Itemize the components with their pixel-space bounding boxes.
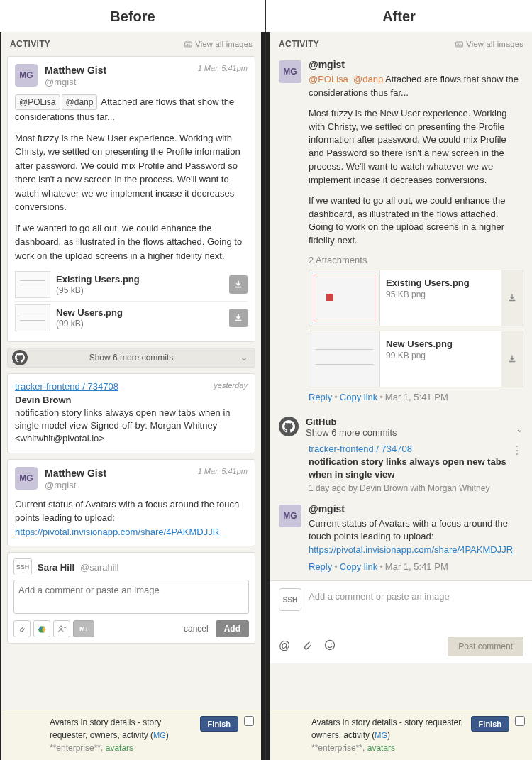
comment-line-1: @POLisa@danp Attached are flows that sho… xyxy=(15,94,248,124)
comment-para: If we wanted to go all out, we could enh… xyxy=(309,194,523,248)
emoji-icon[interactable] xyxy=(324,639,336,654)
copy-link[interactable]: Copy link xyxy=(340,561,377,572)
comment-card: MG Matthew Gist @mgist 1 Mar, 5:41pm @PO… xyxy=(7,56,255,342)
show-more-commits-label: Show 6 more commits xyxy=(89,353,174,363)
google-drive-button[interactable] xyxy=(33,620,50,637)
attachment-size: 99 KB png xyxy=(386,351,496,360)
add-person-button[interactable] xyxy=(53,620,70,637)
reply-link[interactable]: Reply xyxy=(309,392,332,402)
post-comment-button[interactable]: Post comment xyxy=(448,637,523,656)
mention-icon[interactable]: @ xyxy=(279,639,290,654)
commit-link[interactable]: tracker-frontend / 734708 xyxy=(309,444,412,454)
chevron-down-icon[interactable]: ⌄ xyxy=(516,424,523,434)
finish-button[interactable]: Finish xyxy=(471,716,509,732)
avatar: MG xyxy=(279,60,301,83)
mention-pill[interactable]: @danp xyxy=(62,94,98,110)
commenter-name: Sara Hill xyxy=(38,562,74,573)
mention-link[interactable]: @POLisa xyxy=(309,74,348,84)
story-checkbox[interactable] xyxy=(244,716,254,726)
activity-label: ACTIVITY xyxy=(279,39,319,49)
commit-message: notification story links always open new… xyxy=(15,407,248,446)
attachment-thumbnail[interactable] xyxy=(15,304,50,331)
heading-before: Before xyxy=(0,0,265,32)
comment-para: Most fuzzy is the New User experience. W… xyxy=(309,107,523,187)
add-button[interactable]: Add xyxy=(216,620,249,637)
show-more-commits-label[interactable]: Show 6 more commits xyxy=(306,427,523,438)
copy-link[interactable]: Copy link xyxy=(340,392,377,402)
comment-block: MG @mgist Current status of Avatars with… xyxy=(270,500,532,581)
commit-author: Devin Brown xyxy=(15,395,248,405)
comment-card: MG Matthew Gist @mgist 1 Mar, 5:41pm Cur… xyxy=(7,459,255,547)
download-button[interactable] xyxy=(501,270,523,326)
images-icon xyxy=(455,40,463,48)
comment-line-1: @POLisa @danp Attached are flows that sh… xyxy=(309,73,523,100)
view-all-images-link[interactable]: View all images xyxy=(184,40,253,48)
avatar: SSH xyxy=(279,588,301,611)
more-icon[interactable]: ⋮ xyxy=(511,444,522,457)
markdown-button[interactable]: M↓ xyxy=(73,620,94,637)
avatar: MG xyxy=(15,64,38,87)
comment-url[interactable]: https://pivotal.invisionapp.com/share/4P… xyxy=(309,544,513,555)
comment-block: MG @mgist @POLisa @danp Attached are flo… xyxy=(270,56,532,411)
attachment-name: Existing Users.png xyxy=(56,274,140,285)
download-button[interactable] xyxy=(501,331,523,387)
tag-avatars[interactable]: avatars xyxy=(367,743,395,753)
tag-enterprise[interactable]: **enterprise** xyxy=(50,743,101,753)
timestamp: Mar 1, 5:41 PM xyxy=(385,561,448,572)
attach-file-button[interactable] xyxy=(13,620,31,637)
finish-button[interactable]: Finish xyxy=(200,716,238,732)
author-handle: @mgist xyxy=(45,77,106,89)
author-handle: @mgist xyxy=(309,59,523,70)
download-button[interactable] xyxy=(229,309,248,327)
attachment-row: New Users.png (99 kB) xyxy=(15,302,248,334)
comment-text: Current status of Avatars with a focus a… xyxy=(15,499,239,524)
comment-actions: Reply•Copy link•Mar 1, 5:41 PM xyxy=(309,561,523,572)
github-label: GitHub xyxy=(306,417,523,427)
svg-point-6 xyxy=(328,644,329,645)
comment-input[interactable] xyxy=(13,580,249,614)
attachment-row: Existing Users.png (95 kB) xyxy=(15,268,248,302)
comment-form: SSH Sara Hill @sarahill M↓ canc xyxy=(7,552,255,644)
attachment-thumbnail[interactable] xyxy=(15,271,50,298)
images-icon xyxy=(184,40,192,48)
comment-url[interactable]: https://pivotal.invisionapp.com/share/4P… xyxy=(15,527,219,537)
attachment-name: New Users.png xyxy=(386,338,453,349)
comment-para: If we wanted to go all out, we could enh… xyxy=(15,221,248,263)
download-button[interactable] xyxy=(229,275,248,294)
avatar: SSH xyxy=(13,558,32,575)
timestamp: 1 Mar, 5:41pm xyxy=(198,467,248,475)
story-checkbox[interactable] xyxy=(515,716,525,726)
cancel-link[interactable]: cancel xyxy=(184,624,209,634)
attachment-size: (99 kB) xyxy=(56,319,84,329)
svg-rect-0 xyxy=(185,42,192,47)
commit-block: ⋮ tracker-frontend / 734708 notification… xyxy=(270,444,532,500)
svg-point-5 xyxy=(326,641,335,650)
attachment-thumbnail[interactable] xyxy=(309,270,380,326)
comment-form: SSH Add a comment or paste an image @ Po… xyxy=(270,580,532,663)
attachment-name: New Users.png xyxy=(56,307,123,318)
owner-pill[interactable]: MG xyxy=(153,729,166,742)
comment-input[interactable]: Add a comment or paste an image xyxy=(309,588,523,602)
owner-pill[interactable]: MG xyxy=(375,729,387,742)
github-icon xyxy=(12,350,28,365)
attach-icon[interactable] xyxy=(301,639,313,654)
mention-pill[interactable]: @POLisa xyxy=(15,94,60,110)
reply-link[interactable]: Reply xyxy=(309,561,332,572)
attachment-thumbnail[interactable] xyxy=(309,331,380,387)
attachment-size: 95 KB png xyxy=(386,290,496,299)
view-all-images-link[interactable]: View all images xyxy=(455,40,523,48)
comment-para: Most fuzzy is the New User experience. W… xyxy=(15,131,248,214)
mention-link[interactable]: @danp xyxy=(353,74,383,84)
attachment-count: 2 Attachments xyxy=(309,255,523,265)
show-more-commits-bar[interactable]: Show 6 more commits ⌄ xyxy=(7,348,255,368)
svg-point-2 xyxy=(59,626,62,629)
attachment-size: (95 kB) xyxy=(56,285,84,295)
view-all-images-label: View all images xyxy=(466,40,523,48)
activity-label: ACTIVITY xyxy=(10,39,50,49)
tag-enterprise[interactable]: **enterprise** xyxy=(311,743,362,753)
tag-avatars[interactable]: avatars xyxy=(106,743,133,753)
avatar: MG xyxy=(15,467,38,490)
commit-link[interactable]: tracker-frontend / 734708 xyxy=(15,381,118,392)
author-name: Matthew Gist xyxy=(45,64,106,77)
svg-rect-3 xyxy=(456,42,463,47)
